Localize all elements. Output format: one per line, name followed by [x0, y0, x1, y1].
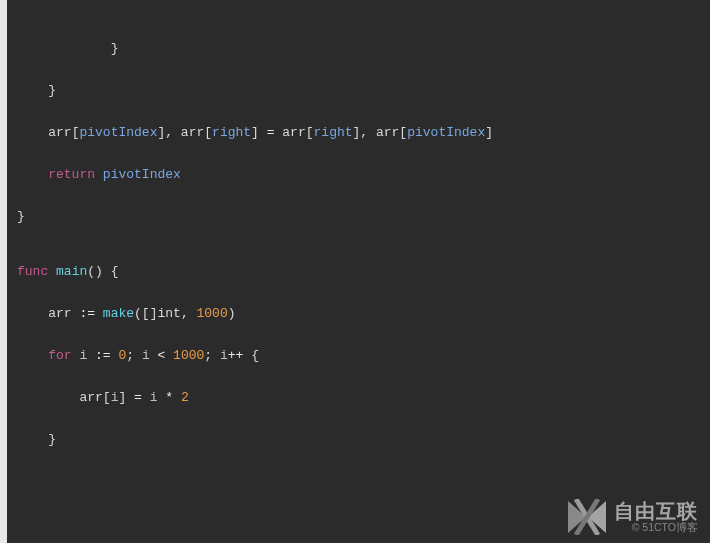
code-line: arr := make([]int, 1000) — [17, 306, 700, 322]
op-assign: = — [259, 125, 282, 140]
op-assign: = — [126, 390, 149, 405]
code-line: } — [17, 41, 700, 57]
ident-pivotindex: pivotIndex — [103, 167, 181, 182]
code-line: } — [17, 83, 700, 99]
open-bracket: [ — [103, 390, 111, 405]
builtin-make: make — [103, 306, 134, 321]
ident-arr: arr — [181, 125, 204, 140]
ident-i: i — [142, 348, 150, 363]
gutter — [0, 0, 7, 543]
number-literal: 2 — [181, 390, 189, 405]
ident-arr: arr — [282, 125, 305, 140]
func-name-main: main — [56, 264, 87, 279]
code-line: return pivotIndex — [17, 167, 700, 183]
number-literal: 1000 — [196, 306, 227, 321]
ident-i: i — [220, 348, 228, 363]
code-line: } — [17, 432, 700, 448]
brace: { — [243, 348, 259, 363]
op-short-decl: := — [72, 306, 103, 321]
code-line: arr[i] = i * 2 — [17, 390, 700, 406]
ident-arr: arr — [376, 125, 399, 140]
keyword-return: return — [48, 167, 95, 182]
ident-pivotindex: pivotIndex — [79, 125, 157, 140]
op-lt: < — [150, 348, 173, 363]
brace: } — [48, 432, 56, 447]
code-line: func main() { — [17, 264, 700, 280]
ident-arr: arr — [79, 390, 102, 405]
type-int: int — [157, 306, 180, 321]
code-line: arr[pivotIndex], arr[right] = arr[right]… — [17, 125, 700, 141]
op-multiply: * — [157, 390, 180, 405]
op-increment: ++ — [228, 348, 244, 363]
op-short-decl: := — [87, 348, 118, 363]
brace: } — [48, 83, 56, 98]
keyword-func: func — [17, 264, 48, 279]
ident-pivotindex: pivotIndex — [407, 125, 485, 140]
parens: () — [87, 264, 103, 279]
comma: , — [181, 306, 197, 321]
open-bracket: ([] — [134, 306, 157, 321]
ident-right: right — [212, 125, 251, 140]
close-paren: ) — [228, 306, 236, 321]
code-line: for i := 0; i < 1000; i++ { — [17, 348, 700, 364]
ident-right: right — [314, 125, 353, 140]
code-line: } — [17, 209, 700, 225]
semicolon: ; — [204, 348, 220, 363]
brace: { — [103, 264, 119, 279]
brace: } — [17, 209, 25, 224]
ident-arr: arr — [48, 306, 71, 321]
ident-arr: arr — [48, 125, 71, 140]
brace: } — [111, 41, 119, 56]
number-literal: 1000 — [173, 348, 204, 363]
semicolon: ; — [126, 348, 142, 363]
keyword-for: for — [48, 348, 71, 363]
code-editor[interactable]: } } arr[pivotIndex], arr[right] = arr[ri… — [7, 0, 710, 543]
